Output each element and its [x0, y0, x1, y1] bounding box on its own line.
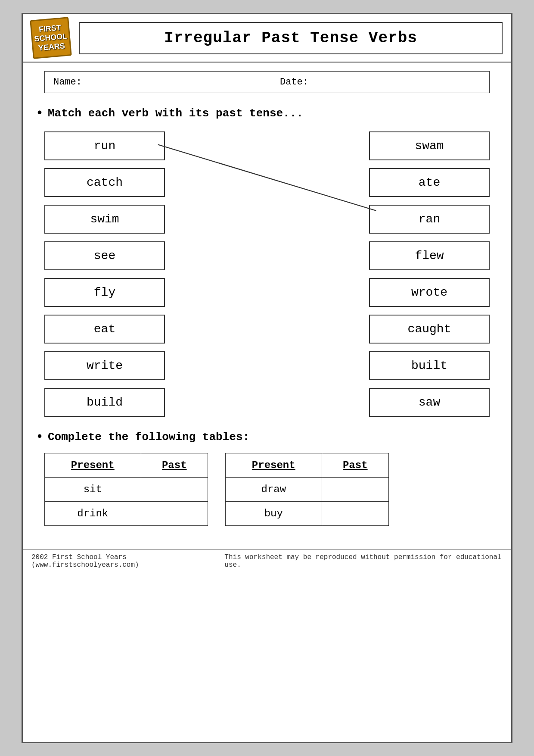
table2-past-header: Past [322, 453, 388, 478]
worksheet-page: FIRSTSCHOOLYEARS Irregular Past Tense Ve… [22, 13, 512, 743]
right-verb-flew: flew [369, 241, 490, 270]
right-column: swam ate ran flew wrote caught built saw [369, 131, 490, 417]
tables-row: Present Past sit drink [44, 453, 498, 526]
table-2: Present Past draw buy [225, 453, 389, 526]
table1-sit: sit [45, 478, 141, 502]
table-1: Present Past sit drink [44, 453, 208, 526]
footer-left: 2002 First School Years (www.firstschool… [31, 553, 224, 569]
name-section: Name: [53, 77, 254, 87]
name-date-row: Name: Date: [44, 71, 490, 93]
right-verb-caught: caught [369, 315, 490, 344]
left-verb-see: see [44, 241, 165, 270]
left-verb-fly: fly [44, 278, 165, 307]
right-verb-swam: swam [369, 131, 490, 160]
match-instruction-text: Match each verb with its past tense... [48, 107, 303, 120]
table2-present-header: Present [226, 453, 322, 478]
left-verb-eat: eat [44, 315, 165, 344]
svg-line-0 [158, 144, 376, 210]
table2-buy-past[interactable] [322, 502, 388, 526]
table1-drink: drink [45, 502, 141, 526]
tables-instruction: • Complete the following tables: [36, 430, 498, 444]
table1-sit-past[interactable] [141, 478, 208, 502]
matching-area: run catch swim see fly eat write build [36, 131, 498, 417]
table2-draw: draw [226, 478, 322, 502]
table2-draw-past[interactable] [322, 478, 388, 502]
page-title: Irregular Past Tense Verbs [86, 29, 495, 47]
table-row: buy [226, 502, 389, 526]
table2-buy: buy [226, 502, 322, 526]
left-verb-catch: catch [44, 168, 165, 197]
right-verb-saw: saw [369, 388, 490, 417]
bullet-2: • [36, 430, 43, 444]
footer-right: This worksheet may be reproduced without… [224, 553, 503, 569]
table-row: draw [226, 478, 389, 502]
table-row: sit [45, 478, 208, 502]
date-section: Date: [254, 77, 481, 87]
logo-text: FIRSTSCHOOLYEARS [33, 22, 68, 53]
match-instruction: • Match each verb with its past tense... [36, 106, 498, 121]
left-verb-swim: swim [44, 205, 165, 234]
left-column: run catch swim see fly eat write build [44, 131, 165, 417]
right-verb-wrote: wrote [369, 278, 490, 307]
left-verb-build: build [44, 388, 165, 417]
table1-drink-past[interactable] [141, 502, 208, 526]
name-label: Name: [53, 77, 82, 87]
footer: 2002 First School Years (www.firstschool… [23, 550, 511, 572]
tables-instruction-text: Complete the following tables: [48, 431, 249, 444]
table1-past-header: Past [141, 453, 208, 478]
date-label: Date: [280, 77, 308, 87]
table1-present-header: Present [45, 453, 141, 478]
right-verb-ran: ran [369, 205, 490, 234]
right-verb-built: built [369, 351, 490, 380]
left-verb-run: run [44, 131, 165, 160]
left-verb-write: write [44, 351, 165, 380]
content-area: • Match each verb with its past tense...… [23, 100, 511, 532]
logo: FIRSTSCHOOLYEARS [30, 17, 72, 59]
table-row: drink [45, 502, 208, 526]
right-verb-ate: ate [369, 168, 490, 197]
title-box: Irregular Past Tense Verbs [79, 22, 503, 54]
bullet-1: • [36, 106, 43, 121]
header: FIRSTSCHOOLYEARS Irregular Past Tense Ve… [23, 14, 511, 62]
